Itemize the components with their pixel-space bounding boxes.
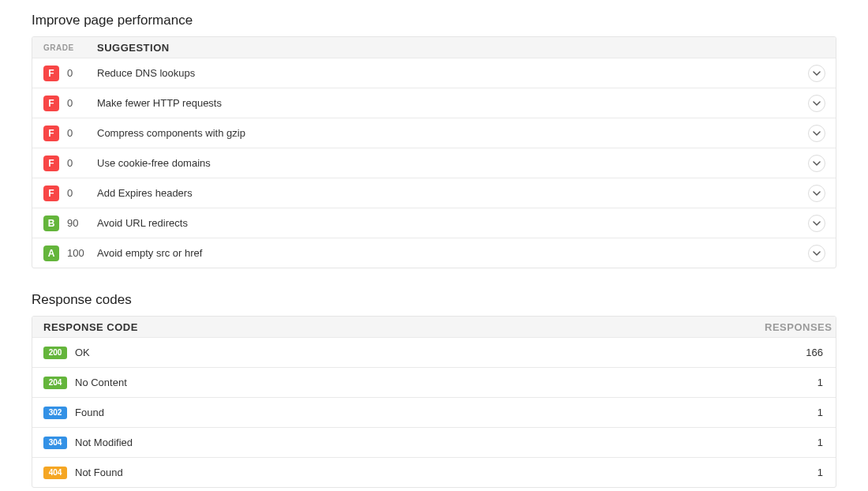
response-code-badge: 204 [43, 377, 67, 389]
expand-button[interactable] [808, 185, 825, 202]
expand-button[interactable] [808, 245, 825, 262]
chevron-down-icon [813, 219, 821, 227]
grade-score: 0 [67, 157, 73, 169]
expand-button[interactable] [808, 155, 825, 172]
suggestion-text: Make fewer HTTP requests [97, 97, 798, 109]
performance-table: GRADE SUGGESTION F 0 Reduce DNS lookups … [32, 36, 836, 268]
grade-badge: F [43, 66, 59, 81]
performance-row[interactable]: A 100 Avoid empty src or href [32, 238, 836, 268]
response-count: 166 [765, 347, 836, 358]
suggestion-text: Add Expires headers [97, 187, 798, 199]
performance-row[interactable]: F 0 Compress components with gzip [32, 118, 836, 148]
performance-table-header: GRADE SUGGESTION [32, 37, 836, 58]
suggestion-text: Use cookie-free domains [97, 157, 798, 169]
grade-badge: F [43, 96, 59, 111]
chevron-down-icon [813, 129, 821, 137]
response-count: 1 [765, 467, 836, 478]
response-code-row[interactable]: 304 Not Modified 1 [32, 427, 836, 457]
performance-row[interactable]: B 90 Avoid URL redirects [32, 208, 836, 238]
performance-row[interactable]: F 0 Make fewer HTTP requests [32, 88, 836, 118]
chevron-down-icon [813, 249, 821, 257]
grade-score: 0 [67, 67, 73, 79]
suggestion-text: Compress components with gzip [97, 127, 798, 139]
grade-badge: F [43, 126, 59, 141]
chevron-down-icon [813, 99, 821, 107]
response-code-row[interactable]: 200 OK 166 [32, 337, 836, 367]
response-code-row[interactable]: 204 No Content 1 [32, 367, 836, 397]
grade-score: 0 [67, 97, 73, 109]
grade-score: 0 [67, 187, 73, 199]
header-response-code: RESPONSE CODE [32, 321, 765, 333]
expand-button[interactable] [808, 65, 825, 82]
chevron-down-icon [813, 69, 821, 77]
header-responses: RESPONSES [765, 321, 836, 333]
suggestion-text: Avoid empty src or href [97, 247, 798, 259]
grade-badge: A [43, 246, 59, 261]
response-codes-table-header: RESPONSE CODE RESPONSES [32, 317, 836, 337]
header-grade: GRADE [32, 43, 97, 52]
response-code-badge: 302 [43, 407, 67, 419]
response-codes-table: RESPONSE CODE RESPONSES 200 OK 166 204 N… [32, 316, 836, 488]
performance-section: Improve page performance GRADE SUGGESTIO… [32, 13, 836, 268]
grade-score: 0 [67, 127, 73, 139]
response-code-badge: 404 [43, 467, 67, 479]
grade-badge: F [43, 156, 59, 171]
header-suggestion: SUGGESTION [97, 42, 798, 54]
response-count: 1 [765, 377, 836, 388]
response-code-label: No Content [75, 377, 127, 388]
response-code-label: Not Found [75, 467, 123, 478]
response-code-label: OK [75, 347, 90, 358]
performance-title: Improve page performance [32, 13, 836, 28]
suggestion-text: Avoid URL redirects [97, 217, 798, 229]
grade-score: 90 [67, 217, 78, 229]
expand-button[interactable] [808, 95, 825, 112]
performance-row[interactable]: F 0 Add Expires headers [32, 178, 836, 208]
response-codes-title: Response codes [32, 292, 836, 308]
grade-badge: F [43, 186, 59, 201]
grade-badge: B [43, 216, 59, 231]
expand-button[interactable] [808, 215, 825, 232]
chevron-down-icon [813, 159, 821, 167]
expand-button[interactable] [808, 125, 825, 142]
response-code-badge: 200 [43, 347, 67, 359]
grade-score: 100 [67, 247, 84, 259]
response-count: 1 [765, 407, 836, 418]
performance-row[interactable]: F 0 Use cookie-free domains [32, 148, 836, 178]
chevron-down-icon [813, 189, 821, 197]
response-code-label: Not Modified [75, 437, 133, 448]
response-count: 1 [765, 437, 836, 448]
response-code-row[interactable]: 404 Not Found 1 [32, 457, 836, 487]
response-code-label: Found [75, 407, 104, 418]
performance-row[interactable]: F 0 Reduce DNS lookups [32, 58, 836, 88]
response-codes-section: Response codes RESPONSE CODE RESPONSES 2… [32, 292, 836, 488]
response-code-badge: 304 [43, 437, 67, 449]
response-code-row[interactable]: 302 Found 1 [32, 397, 836, 427]
suggestion-text: Reduce DNS lookups [97, 67, 798, 79]
